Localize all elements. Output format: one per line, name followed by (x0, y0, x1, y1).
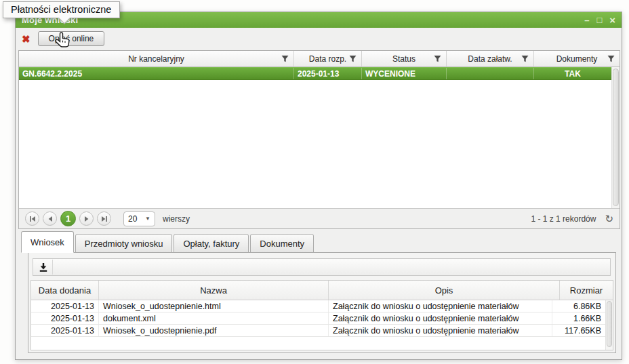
column-header-data-dodania[interactable]: Data dodania (31, 281, 99, 300)
refresh-icon[interactable]: ↻ (605, 214, 613, 224)
tooltip-text: Płatności elektroniczne (11, 4, 111, 15)
column-header-nazwa[interactable]: Nazwa (99, 281, 329, 300)
column-header-status[interactable]: Status (362, 51, 447, 66)
column-header-opis[interactable]: Opis (329, 281, 560, 300)
cell-rozmiar: 6.86KB (552, 300, 605, 312)
next-page-button[interactable] (79, 211, 94, 226)
grid-pager: 1 20 ▼ wierszy 1 - 1 z 1 rekordów ↻ (19, 208, 620, 228)
records-summary: 1 - 1 z 1 rekordów (531, 214, 596, 224)
cell-opis: Załącznik do wniosku o udostępnienie mat… (329, 300, 552, 312)
column-header-data-zalatw[interactable]: Data załatw. (447, 51, 534, 66)
previous-page-button[interactable] (43, 211, 57, 226)
delete-icon[interactable]: ✖ (22, 34, 31, 44)
column-header-nr-kancelaryjny[interactable]: Nr kancelaryjny (19, 51, 294, 66)
current-page-indicator[interactable]: 1 (60, 211, 76, 226)
cell-opis: Załącznik do wniosku o udostępnienie mat… (329, 312, 552, 324)
first-page-button[interactable] (25, 211, 39, 226)
table-row[interactable]: 2025-01-13 dokument.xml Załącznik do wni… (31, 312, 605, 325)
cell-rozmiar: 1.66KB (552, 312, 605, 324)
cell-data-dodania: 2025-01-13 (31, 300, 99, 312)
filter-icon[interactable] (348, 55, 357, 63)
cell-data-dodania: 2025-01-13 (31, 312, 99, 324)
tab-oplaty-faktury[interactable]: Opłaty, faktury (174, 234, 249, 253)
scrollbar-thumb[interactable] (607, 301, 612, 347)
documents-vertical-scrollbar[interactable] (605, 300, 613, 350)
cell-opis: Załącznik do wniosku o udostępnienie mat… (329, 325, 552, 336)
grid-header-row: Nr kancelaryjny Data rozp. Status (19, 51, 620, 67)
detail-tabs: Wniosek Przedmioty wniosku Opłaty, faktu… (21, 231, 616, 253)
last-page-button[interactable] (97, 211, 111, 226)
tooltip: Płatności elektroniczne (3, 1, 120, 18)
rows-word-label: wierszy (163, 214, 190, 224)
chevron-down-icon: ▼ (145, 216, 150, 222)
moje-wnioski-window: Moje wnioski – □ × ✖ Opłać online Nr kan… (15, 12, 622, 360)
cell-dokumenty: TAK (534, 68, 611, 79)
tab-dokumenty[interactable]: Dokumenty (250, 234, 314, 253)
filter-icon[interactable] (281, 55, 289, 63)
column-header-data-rozp[interactable]: Data rozp. (294, 51, 362, 66)
documents-toolbar (33, 258, 611, 276)
table-row[interactable]: 2025-01-13 Wniosek_o_udostepnienie.html … (31, 300, 605, 312)
window-controls: – □ × (584, 15, 615, 25)
cell-nazwa: dokument.xml (99, 312, 329, 324)
cell-nazwa: Wniosek_o_udostepnienie.pdf (99, 325, 329, 336)
cell-rozmiar: 117.65KB (552, 325, 605, 336)
table-row[interactable]: 2025-01-13 Wniosek_o_udostepnienie.pdf Z… (31, 325, 605, 337)
grid-body: GN.6642.2.2025 2025-01-13 WYCENIONE TAK (19, 67, 620, 208)
cell-nazwa: Wniosek_o_udostepnienie.html (99, 300, 329, 312)
download-button[interactable] (35, 260, 53, 275)
cell-status: WYCENIONE (362, 68, 447, 79)
scrollbar-thumb[interactable] (613, 68, 619, 206)
filter-icon[interactable] (521, 55, 529, 63)
tab-przedmioty-wniosku[interactable]: Przedmioty wniosku (75, 234, 173, 253)
cell-nr-kancelaryjny: GN.6642.2.2025 (19, 68, 294, 79)
column-header-dokumenty[interactable]: Dokumenty (534, 51, 620, 66)
pay-online-button[interactable]: Opłać online (38, 31, 105, 46)
documents-table: Data dodania Nazwa Opis Rozmiar 2025-01-… (31, 280, 613, 350)
grid-vertical-scrollbar[interactable] (611, 67, 620, 208)
applications-grid: Nr kancelaryjny Data rozp. Status (18, 50, 620, 229)
window-toolbar: ✖ Opłać online (16, 28, 622, 49)
close-icon[interactable]: × (609, 15, 615, 25)
documents-header-row: Data dodania Nazwa Opis Rozmiar (31, 281, 613, 300)
cell-data-dodania: 2025-01-13 (31, 325, 99, 336)
tab-wniosek[interactable]: Wniosek (21, 231, 74, 253)
page-size-dropdown[interactable]: 20 ▼ (123, 211, 155, 226)
cell-data-rozp: 2025-01-13 (294, 68, 362, 79)
maximize-icon[interactable]: □ (596, 16, 602, 24)
column-header-rozmiar[interactable]: Rozmiar (560, 281, 613, 300)
cursor-pointer-icon (54, 31, 70, 52)
table-row-selected[interactable]: GN.6642.2.2025 2025-01-13 WYCENIONE TAK (19, 67, 611, 80)
documents-body: 2025-01-13 Wniosek_o_udostepnienie.html … (31, 300, 613, 350)
minimize-icon[interactable]: – (584, 16, 589, 24)
filter-icon[interactable] (607, 55, 615, 63)
download-icon (38, 262, 49, 272)
screen: Moje wnioski – □ × ✖ Opłać online Nr kan… (0, 0, 629, 364)
filter-icon[interactable] (433, 55, 442, 63)
cell-data-zalatw (447, 68, 534, 79)
tab-content-panel: Data dodania Nazwa Opis Rozmiar 2025-01-… (28, 252, 616, 353)
